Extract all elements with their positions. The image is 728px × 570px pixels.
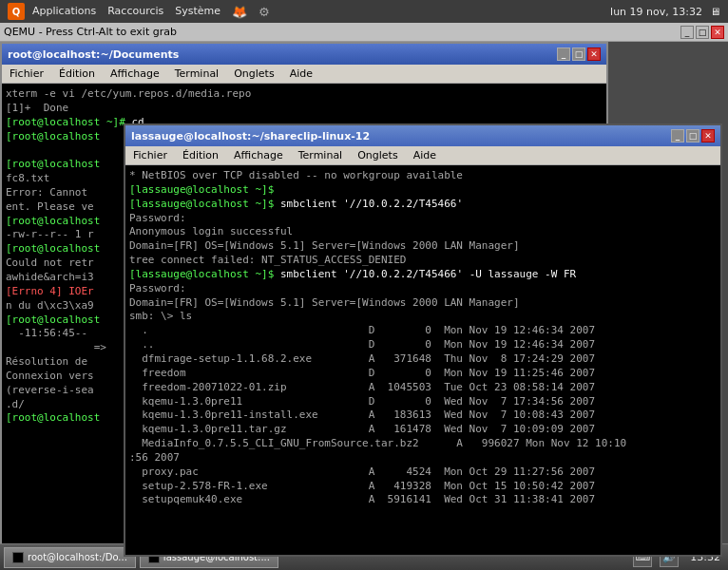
taskbar-icon-root xyxy=(12,552,24,563)
term-back-minimize-button[interactable]: _ xyxy=(557,48,570,61)
extra-icon[interactable]: ⚙ xyxy=(259,5,270,19)
term-front-file-1: . D 0 Mon Nov 19 12:46:34 2007 xyxy=(129,324,717,338)
term-front-file-10: proxy.pac A 4524 Mon Oct 29 11:27:56 200… xyxy=(129,466,717,480)
qemu-logo: Q xyxy=(8,3,25,20)
term-back-menu-affichage[interactable]: Affichage xyxy=(106,67,163,80)
term-back-menu-terminal[interactable]: Terminal xyxy=(171,67,223,80)
term-back-window-buttons[interactable]: _ □ ✕ xyxy=(557,48,601,61)
term-back-menubar[interactable]: Fichier Édition Affichage Terminal Ongle… xyxy=(2,65,606,84)
term-front-file-2: .. D 0 Mon Nov 19 12:46:34 2007 xyxy=(129,338,717,352)
term-front-menu-aide[interactable]: Aide xyxy=(410,149,440,162)
term-front-content[interactable]: * NetBIOS over TCP disabled -- no workgr… xyxy=(125,165,720,555)
system-bar-right: lun 19 nov, 13:32 🖥 xyxy=(610,6,720,18)
menu-systeme[interactable]: Système xyxy=(175,5,220,19)
term-front-file-6: kqemu-1.3.0pre11 D 0 Wed Nov 7 17:34:56 … xyxy=(129,395,717,409)
terminal-front-window: lassauge@localhost:~/shareclip-linux-12 … xyxy=(124,124,722,557)
qemu-window-buttons[interactable]: _ □ ✕ xyxy=(680,26,724,39)
system-bar-left: Q Applications Raccourcis Système 🦊 ⚙ xyxy=(8,3,270,20)
term-front-titlebar: lassauge@localhost:~/shareclip-linux-12 … xyxy=(125,125,720,146)
term-back-titlebar: root@localhost:~/Documents _ □ ✕ xyxy=(2,44,606,65)
term-front-file-4: freedom D 0 Mon Nov 19 11:25:46 2007 xyxy=(129,367,717,381)
term-front-menu-edition[interactable]: Édition xyxy=(179,149,222,162)
term-back-menu-fichier[interactable]: Fichier xyxy=(6,67,48,80)
firefox-icon[interactable]: 🦊 xyxy=(232,5,247,19)
term-front-line-pass2: Password: xyxy=(129,282,717,296)
term-back-menu-onglets[interactable]: Onglets xyxy=(230,67,278,80)
term-front-menu-terminal[interactable]: Terminal xyxy=(295,149,347,162)
term-back-close-button[interactable]: ✕ xyxy=(587,48,601,61)
term-front-line-prompt1: [lassauge@localhost ~]$ xyxy=(129,183,717,198)
term-front-file-7: kqemu-1.3.0pre11-install.exe A 183613 We… xyxy=(129,408,717,423)
term-front-minimize-button[interactable]: _ xyxy=(671,129,684,142)
term-front-line-ls: smb: \> ls xyxy=(129,310,717,324)
qemu-title: QEMU - Press Ctrl-Alt to exit grab xyxy=(4,26,177,38)
term-back-subtitle: xterm -e vi /etc/yum.repos.d/media.repo xyxy=(6,87,603,102)
taskbar-item-root[interactable]: root@localhost:/Do... xyxy=(4,547,136,568)
term-front-file-9b: :56 2007 xyxy=(129,451,717,466)
menu-applications[interactable]: Applications xyxy=(32,5,96,19)
term-front-file-3: dfmirage-setup-1.1.68.2.exe A 371648 Thu… xyxy=(129,352,717,367)
term-front-line-tree: tree connect failed: NT_STATUS_ACCESS_DE… xyxy=(129,254,717,268)
qemu-titlebar: QEMU - Press Ctrl-Alt to exit grab _ □ ✕ xyxy=(0,23,728,42)
qemu-maximize-button[interactable]: □ xyxy=(696,26,709,39)
term-back-maximize-button[interactable]: □ xyxy=(572,48,585,61)
term-front-menu-onglets[interactable]: Onglets xyxy=(354,149,401,162)
term-back-title: root@localhost:~/Documents xyxy=(8,48,179,61)
term-front-line-pass1: Password: xyxy=(129,212,717,226)
term-front-file-5: freedom-20071022-01.zip A 1045503 Tue Oc… xyxy=(129,381,717,395)
qemu-close-button[interactable]: ✕ xyxy=(711,26,724,39)
term-front-line-domain1: Domain=[FR] OS=[Windows 5.1] Server=[Win… xyxy=(129,239,717,254)
term-front-menubar[interactable]: Fichier Édition Affichage Terminal Ongle… xyxy=(125,146,720,165)
term-back-menu-edition[interactable]: Édition xyxy=(55,67,99,80)
term-front-line-smb2: [lassauge@localhost ~]$ smbclient '//10.… xyxy=(129,268,717,282)
taskbar-label-root: root@localhost:/Do... xyxy=(28,552,127,562)
term-front-line-netbios: * NetBIOS over TCP disabled -- no workgr… xyxy=(129,169,717,183)
menu-raccourcis[interactable]: Raccourcis xyxy=(107,5,163,19)
term-front-file-9: MediaInfo_0.7.5.5_CLI_GNU_FromSource.tar… xyxy=(129,437,717,451)
term-front-file-11: setup-2.578-FR-1.exe A 419328 Mon Oct 15… xyxy=(129,480,717,494)
term-front-line-domain2: Domain=[FR] OS=[Windows 5.1] Server=[Win… xyxy=(129,296,717,311)
term-front-title: lassauge@localhost:~/shareclip-linux-12 xyxy=(131,130,370,142)
datetime-label: lun 19 nov, 13:32 xyxy=(610,6,702,18)
term-back-line-1: [1]+ Done xyxy=(6,102,603,116)
term-front-menu-fichier[interactable]: Fichier xyxy=(129,149,171,162)
term-front-line-anon: Anonymous login successful xyxy=(129,225,717,239)
term-front-window-buttons[interactable]: _ □ ✕ xyxy=(671,129,715,142)
qemu-minimize-button[interactable]: _ xyxy=(680,26,694,39)
system-bar: Q Applications Raccourcis Système 🦊 ⚙ lu… xyxy=(0,0,728,23)
term-front-maximize-button[interactable]: □ xyxy=(686,129,699,142)
term-back-menu-aide[interactable]: Aide xyxy=(286,67,316,80)
network-icon: 🖥 xyxy=(710,6,720,18)
term-front-menu-affichage[interactable]: Affichage xyxy=(230,149,287,162)
term-front-file-12: setupqemuk40.exe A 5916141 Wed Oct 31 11… xyxy=(129,493,717,507)
term-front-line-smb1: [lassauge@localhost ~]$ smbclient '//10.… xyxy=(129,198,717,212)
term-front-close-button[interactable]: ✕ xyxy=(701,129,715,142)
term-front-file-8: kqemu-1.3.0pre11.tar.gz A 161478 Wed Nov… xyxy=(129,423,717,437)
system-bar-menu[interactable]: Applications Raccourcis Système 🦊 ⚙ xyxy=(32,5,270,19)
